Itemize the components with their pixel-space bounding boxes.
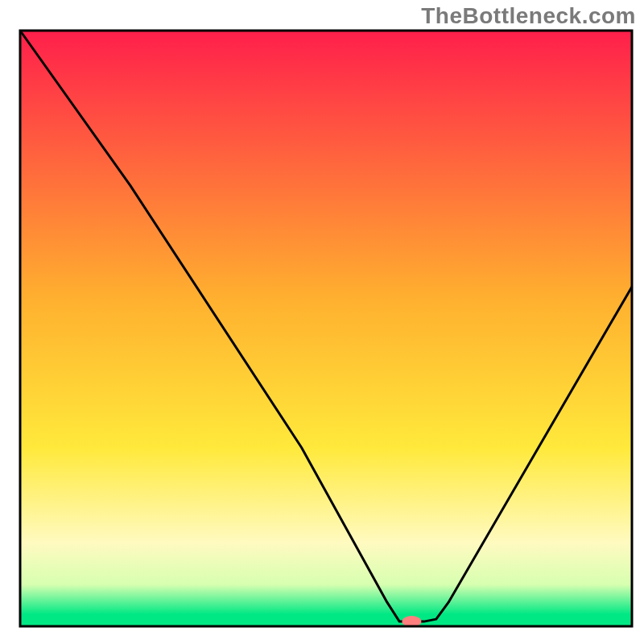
bottleneck-chart bbox=[0, 0, 644, 644]
plot-background bbox=[20, 31, 632, 626]
chart-container: TheBottleneck.com bbox=[0, 0, 644, 644]
watermark-text: TheBottleneck.com bbox=[421, 3, 636, 29]
